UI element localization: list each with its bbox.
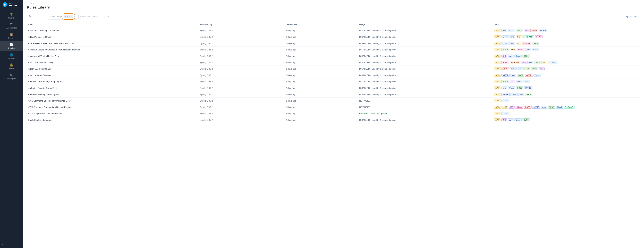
cell-tags: AWSNISTISOHIPAAGDPRMITREawsSOC2CloudFedR… — [493, 104, 640, 110]
cell-published-by: Sysdig 0.85.2 — [198, 98, 284, 104]
cell-rule-name: Attach Internet Gateway — [27, 72, 198, 78]
table-row[interactable]: Attach IAM Policy to UserSysdig 0.85.22 … — [27, 66, 640, 72]
table-row[interactable]: AWS Command Executed on Unused RegionSys… — [27, 104, 640, 110]
cell-published-by: Sysdig 0.85.2 — [198, 110, 284, 117]
cell-published-by: Sysdig 0.85.2 — [198, 59, 284, 66]
tag-aws-lc: aws — [508, 55, 514, 58]
tag-aws: AWS — [494, 112, 501, 115]
aws-filter-tag[interactable]: AWS ✕ — [64, 15, 74, 18]
tag-nist: NIST — [510, 48, 516, 51]
cell-last-updated: 2 days ago — [284, 59, 358, 66]
main-content: POLICIES Rules Library 🔍 Select usage AW… — [23, 0, 644, 248]
cell-usage: DISABLED - Used by 1 disabled policy — [358, 59, 493, 66]
tag-soc2: SOC2 — [502, 48, 509, 51]
tag-aws-lc: aws — [528, 61, 533, 64]
source-dropdown[interactable]: Select rule source... ▾ — [78, 14, 111, 19]
table-row[interactable]: Accept VPC Peering ConnectionSysdig 0.85… — [27, 27, 640, 34]
sidebar-item-posture[interactable]: 📋 Posture — [0, 31, 23, 41]
tag-aws: AWS — [494, 55, 501, 58]
table-row[interactable]: Attach Internet GatewaySysdig 0.85.22 da… — [27, 72, 640, 78]
tag-aws-lc: aws — [510, 67, 516, 70]
tag-aws-lc: aws — [510, 35, 515, 38]
cell-usage: NOT USED — [358, 104, 493, 110]
search-box[interactable]: 🔍 — [27, 14, 46, 19]
tag-hipaa: HIPAA — [523, 42, 531, 45]
table-row[interactable]: Authorize Security Group IngressSysdig 0… — [27, 91, 640, 98]
cell-usage: DISABLED - Used by 1 disabled policy — [358, 47, 493, 53]
cell-last-updated: 2 days ago — [284, 104, 358, 110]
tag-soc2: SOC2 — [525, 93, 532, 96]
tag-mitre: MITRE — [539, 29, 547, 32]
tag-gdpr: GDPR — [525, 74, 533, 77]
tag-nist: NIST — [516, 42, 522, 45]
posture-icon: 📋 — [10, 33, 13, 36]
tag-hipaa: HIPAA — [517, 48, 525, 51]
tag-soc2: SOC2 — [502, 80, 509, 83]
tag-aws-lc: aws — [516, 80, 522, 83]
table-row[interactable]: AWS Suspicious IP Inbound RequestSysdig … — [27, 110, 640, 117]
tag-hipaa: HIPAA — [515, 106, 523, 109]
sidebar-item-insights[interactable]: 💡 Insights — [0, 11, 23, 21]
cell-published-by: Sysdig 0.85.2 — [198, 117, 284, 123]
tag-cloud: Cloud — [534, 74, 541, 77]
cell-rule-name: Batch Disable Standards — [27, 117, 198, 123]
cell-rule-name: Authorize DB Security Group Ingress — [27, 78, 198, 85]
table-row[interactable]: Add AWS User to GroupSysdig 0.85.22 days… — [27, 34, 640, 40]
tag-aws: AWS — [494, 93, 501, 96]
table-row[interactable]: Authorize Security Group EgressSysdig 0.… — [27, 85, 640, 91]
cell-last-updated: 2 days ago — [284, 117, 358, 123]
table-row[interactable]: Associate Elastic IP Address to AWS Netw… — [27, 47, 640, 53]
aws-tag-close-button[interactable]: ✕ — [70, 16, 72, 18]
cell-tags: AWSISOawsCloudSOC2 — [493, 53, 640, 59]
cell-published-by: Sysdig 0.85.2 — [198, 27, 284, 34]
add-rule-button[interactable]: ⊕ Add Rule — [624, 14, 640, 19]
table-row[interactable]: Allocate New Elastic IP Address to AWS A… — [27, 40, 640, 47]
tag-gdpr: GDPR — [530, 29, 538, 32]
tag-soc2: SOC2 — [522, 118, 530, 121]
sidebar-item-policies[interactable]: 📄 Policies — [0, 41, 23, 51]
cell-tags: AWSHIPAAHITRUSTISOawsSOC2NISTCloud — [493, 59, 640, 66]
rules-table-container: Rules Published By Last Updated Usage Ta… — [23, 21, 644, 248]
cell-usage: NOT USED — [358, 98, 493, 104]
cell-rule-name: AWS Command Executed on Unused Region — [27, 104, 198, 110]
cell-usage: DISABLED - Used by 1 disabled policy — [358, 40, 493, 47]
table-row[interactable]: AWS Command Executed by Untrusted UserSy… — [27, 98, 640, 104]
cell-rule-name: AWS Suspicious IP Inbound Request — [27, 110, 198, 117]
cell-usage: DISABLED - Used by 1 disabled policy — [358, 91, 493, 98]
tag-aws: AWS — [494, 106, 501, 109]
cell-rule-name: Add AWS User to Group — [27, 34, 198, 40]
tag-aws: AWS — [494, 80, 501, 83]
page-header: POLICIES Rules Library — [23, 0, 644, 12]
tag-cloud: Cloud — [514, 118, 522, 121]
cell-usage: DISABLED - Used by 1 disabled policy — [358, 53, 493, 59]
cell-last-updated: 2 days ago — [284, 85, 358, 91]
sidebar-item-investigate[interactable]: 🔍 Investigate — [0, 71, 23, 82]
sidebar-item-label: Investigate — [7, 78, 16, 80]
sidebar-item-vulnerabilities[interactable]: 🛡 Vulnerabilities — [0, 21, 23, 31]
tag-soc2: SOC2 — [534, 61, 542, 64]
sidebar-collapse-button[interactable]: « — [0, 241, 23, 248]
sidebar-item-events[interactable]: 🔔 Events — [0, 61, 23, 71]
usage-dropdown[interactable]: Select usage AWS ✕ ▾ — [48, 14, 77, 20]
sidebar-item-network[interactable]: 🌐 Network — [0, 51, 23, 61]
table-body: Accept VPC Peering ConnectionSysdig 0.85… — [27, 27, 640, 123]
cell-usage: DISABLED - Used by 1 disabled policy — [358, 117, 493, 123]
tag-cloud: Cloud — [508, 86, 515, 89]
usage-placeholder: Select usage — [50, 15, 63, 18]
table-row[interactable]: Associate VPC with Hosted ZoneSysdig 0.8… — [27, 53, 640, 59]
cell-tags: AWSMITREawsSOC2GDPRCloud — [493, 72, 640, 78]
cell-published-by: Sysdig 0.85.2 — [198, 34, 284, 40]
cell-tags: AWSCloud — [493, 110, 640, 117]
aws-tag-label: AWS — [65, 15, 70, 18]
table-row[interactable]: Batch Disable StandardsSysdig 0.85.22 da… — [27, 117, 640, 123]
table-row[interactable]: Attach Administrator PolicySysdig 0.85.2… — [27, 59, 640, 66]
tag-cloud: Cloud — [522, 80, 530, 83]
col-header-updated: Last Updated — [284, 21, 358, 27]
cell-last-updated: 2 days ago — [284, 91, 358, 98]
filter-bar: 🔍 Select usage AWS ✕ ▾ Select rule sourc… — [27, 14, 623, 20]
cell-usage: ENABLED - Used by 1 policy — [358, 110, 493, 117]
tag-mitre: MITRE — [524, 86, 532, 89]
cell-tags: AWSCloud — [493, 98, 640, 104]
table-row[interactable]: Authorize DB Security Group IngressSysdi… — [27, 78, 640, 85]
cell-published-by: Sysdig 0.85.2 — [198, 91, 284, 98]
